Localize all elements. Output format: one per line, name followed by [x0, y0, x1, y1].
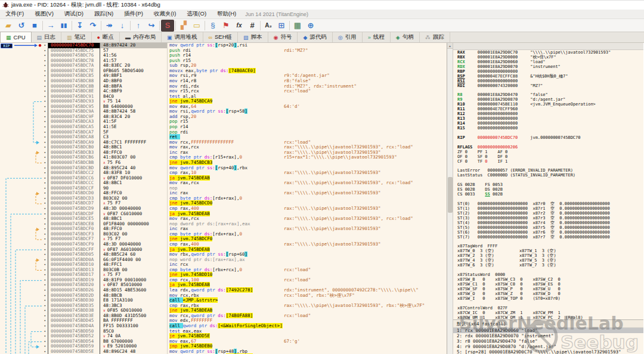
register-line[interactable]: CF 0 TF 0 IF 1 [457, 160, 643, 164]
execute-till-return-icon[interactable]: ↓ [116, 20, 129, 32]
calling-convention-select[interactable]: 默认 (x64 fastcall) [453, 320, 643, 328]
tab-notes-icon: ▥ [67, 35, 72, 41]
pause-icon[interactable]: ▮▮ [57, 20, 70, 32]
toolbar-separator [260, 21, 261, 30]
tab-breakpoints[interactable]: ●断点 [92, 32, 120, 42]
run-icon[interactable]: → [44, 20, 57, 32]
comments-icon[interactable]: ▭ [190, 20, 203, 32]
instr-token: [rdx+rax], [212, 195, 239, 201]
open-file-icon[interactable]: ▰ [2, 20, 15, 32]
menu-item-0[interactable]: 文件(F) [0, 10, 29, 18]
arg-row[interactable]: 3: r8 000001E8A29D0470 "false" [453, 339, 643, 344]
tab-source[interactable]: ◆源代码 [298, 32, 332, 42]
register-segment: ST(1) 00000000000000000000 x87r1 空 0.000… [457, 206, 610, 211]
register-segment: x87SW_B 0 x87SW_C3 0 x87SW_C2 0 [457, 277, 561, 282]
comment-cell: rcx:"load" [284, 278, 447, 283]
tab-memory-map[interactable]: ▬内存布局 [120, 32, 162, 42]
menu-item-3[interactable]: 跟踪(N) [89, 10, 119, 18]
instr-token: [7492C278] [226, 287, 253, 293]
register-segment: "柍>倕\x7F" [530, 55, 556, 60]
menu-item-1[interactable]: 视图(V) [29, 10, 59, 18]
register-line[interactable]: x87SW_I 0 x87SW_TOP 0 (ST0=x87r0) [457, 297, 643, 302]
favourites-icon[interactable]: § [206, 20, 219, 32]
comment-cell [284, 344, 447, 349]
register-segment: 000001E8A29D0070 [478, 64, 531, 69]
scylla-icon[interactable]: S [161, 20, 174, 32]
register-segment: CF 0 TF [457, 159, 485, 164]
register-line[interactable]: RIP 00000000745BDC70 jvm.00000000745BDC7… [457, 136, 643, 141]
hash-icon[interactable]: # [246, 20, 259, 32]
arg-row[interactable]: 4: r9 000001E8A29D0870 "d:/agent.jar" [453, 344, 643, 349]
instr-token: cmp [169, 170, 180, 175]
arg-row[interactable]: 5: [rsp+28] 000001E8A29D0C70 "\\\\.\\pip… [453, 349, 643, 354]
tab-log-icon: ▤ [37, 35, 42, 41]
menu-item-6[interactable]: 选项(O) [181, 10, 212, 18]
register-segment: ST(6) 00000000000000000000 x87r6 空 0.000… [457, 230, 610, 235]
comment-cell [284, 222, 447, 227]
menu-item-5[interactable]: 收藏夹(I) [148, 10, 181, 18]
titlebar: java.exe - PID: 10264 - 模块: jvm.dll - 线程… [0, 1, 644, 10]
tab-threads[interactable]: »线程 [363, 32, 391, 42]
fx-icon[interactable]: fx [233, 20, 246, 32]
register-segment: x87TagWord FFFF [457, 244, 497, 249]
tab-cpu[interactable]: ▦CPU [0, 32, 32, 42]
instr-token: ds: [218, 313, 226, 318]
menu-item-2[interactable]: 调试(D) [59, 10, 89, 18]
bookmark-icon[interactable]: ⚑ [219, 20, 233, 32]
step-out-icon[interactable]: ↑ [132, 20, 145, 32]
jump-direction-icon: ∨ [103, 212, 107, 216]
step-over-icon[interactable]: ↷ [86, 20, 100, 32]
comment-cell [284, 272, 447, 278]
tab-log[interactable]: ▤日志 [32, 32, 62, 42]
instr-token: rsp+40 [218, 165, 234, 170]
stop-icon[interactable]: ■ [28, 20, 41, 32]
patch-icon[interactable]: ▞ [177, 20, 190, 32]
tab-symbols[interactable]: ◉符号 [268, 32, 298, 42]
register-line[interactable]: R15 0000000000000000 [457, 126, 643, 131]
tab-call-stack[interactable]: ▣调用堆栈 [162, 32, 203, 42]
comment-cell: rdx:"instrument", 000000007492C278:"\\\\… [284, 288, 447, 293]
register-segment: RCX [457, 60, 478, 64]
tab-references[interactable]: ◎引用 [333, 32, 363, 42]
disasm-scrollbar[interactable]: ▲ [447, 43, 453, 354]
register-segment: x87StatusWord 0000 [457, 272, 505, 277]
disassembly-view[interactable]: RIP •00000000745BDC7048:897424 20mov qwo… [0, 43, 447, 354]
scrollbar-thumb[interactable] [448, 177, 453, 213]
arg-row[interactable]: 1: rcx 000001E8A29D0060 "load" [453, 328, 643, 333]
instr-token: 400 [191, 241, 199, 247]
register-line[interactable]: ST(7) 00000000000000000000 x87r7 空 0.000… [457, 235, 643, 240]
registers-panel[interactable]: RAX 000001E8A29D0C70 "\\\\.\\pipe\\javat… [453, 43, 643, 354]
instr-token: cmp [169, 206, 180, 211]
register-segment: GS 002B FS 0053 [457, 182, 503, 187]
comment-cell [284, 298, 447, 303]
font-icon[interactable]: A₂ [262, 20, 275, 32]
register-line[interactable]: LastStatus C000000D (STATUS_INVALID_PARA… [457, 173, 643, 178]
tab-handles[interactable]: ◈句柄 [391, 32, 420, 42]
run-to-cursor-icon[interactable]: ↠ [103, 20, 116, 32]
menu-item-4[interactable]: 插件(P) [119, 10, 148, 18]
register-line[interactable]: RDI 0000000074320000 "MZ?" [457, 84, 643, 89]
tab-notes[interactable]: ▥笔记 [61, 32, 92, 42]
register-line[interactable]: x87TW_6 3 (空) x87TW_7 3 (空) [457, 263, 643, 268]
comment-cell: rdi:"MZ?", rdx:"instrument" [284, 84, 447, 89]
menu-item-7[interactable]: 帮助(H) [212, 10, 242, 18]
register-segment: RIP [457, 135, 478, 140]
comment-cell [284, 186, 447, 191]
register-line[interactable]: CS 0033 SS 002B [457, 192, 643, 197]
attach-icon[interactable]: ↪ [145, 20, 158, 32]
register-segment: ST(2) 00000000000000000000 x87r2 空 0.000… [457, 211, 610, 216]
debug-device-icon[interactable]: ⊞ [275, 20, 288, 32]
restart-icon[interactable]: ↺ [15, 20, 28, 32]
comment-cell: r8:"false" [284, 79, 447, 84]
step-into-icon[interactable]: ↧ [73, 20, 86, 32]
arg-row[interactable]: 2: rdx 000001E8A29D0070 "instrument" [453, 333, 643, 339]
instr-token: rax,rcx [180, 180, 199, 185]
tab-trace[interactable]: ⁂跟踪 [420, 32, 450, 42]
tab-script[interactable]: ▧脚本 [238, 32, 268, 42]
instr-token: ds: [221, 68, 229, 73]
tab-seh[interactable]: ∞SEH链 [203, 32, 238, 42]
globe-icon[interactable]: ⊕ [304, 20, 317, 32]
scroll-up-icon[interactable]: ▲ [447, 43, 453, 49]
register-segment: ZF 0 PF 1 AF 0 [457, 150, 507, 154]
calculator-icon[interactable]: ▦ [291, 20, 304, 32]
